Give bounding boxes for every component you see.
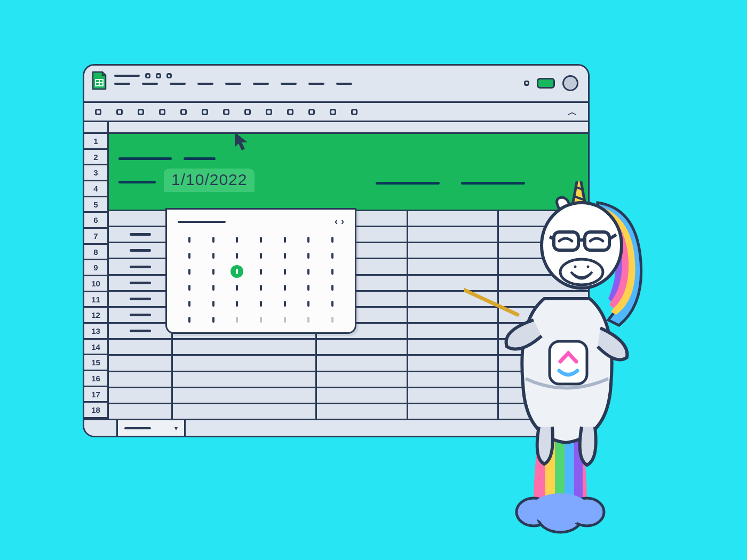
toolbar-button[interactable] [159, 109, 165, 115]
calendar-day[interactable] [297, 231, 321, 247]
row-header[interactable]: 17 [84, 387, 107, 403]
column-headers [84, 122, 588, 134]
row-header[interactable]: 13 [84, 324, 107, 340]
calendar-day[interactable] [320, 311, 344, 327]
calendar-day[interactable] [178, 295, 202, 311]
calendar-day[interactable] [225, 279, 249, 295]
svg-point-23 [587, 266, 590, 268]
calendar-day[interactable] [225, 311, 249, 327]
calendar-day[interactable] [249, 279, 273, 295]
sheet-tab[interactable]: ▾ [116, 420, 186, 436]
calendar-day[interactable] [225, 247, 249, 263]
sheet-tab-label [124, 427, 151, 429]
calendar-day[interactable] [297, 311, 321, 327]
calendar-day[interactable] [225, 295, 249, 311]
control-icon[interactable] [524, 81, 529, 86]
toolbar-button[interactable] [287, 109, 293, 115]
calendar-day[interactable] [273, 231, 297, 247]
mascot-unicorn [464, 181, 667, 544]
calendar-next-icon[interactable]: › [341, 216, 344, 227]
sheets-icon [92, 71, 107, 90]
calendar-day[interactable] [297, 279, 321, 295]
calendar-day[interactable] [297, 247, 321, 263]
row-headers: 1 2 3 4 5 6 7 8 9 10 11 12 13 14 15 16 1… [84, 134, 109, 419]
calendar-day[interactable] [297, 295, 321, 311]
toolbar-button[interactable] [180, 109, 187, 115]
toolbar-button[interactable] [223, 109, 229, 115]
svg-line-19 [550, 237, 554, 239]
calendar-day[interactable] [225, 231, 249, 247]
calendar-day[interactable] [178, 247, 202, 263]
toolbar-button[interactable] [116, 109, 123, 115]
calendar-day[interactable] [202, 231, 226, 247]
calendar-day[interactable] [249, 231, 273, 247]
row-header[interactable]: 5 [84, 197, 107, 213]
title-text [114, 73, 352, 85]
toolbar-button[interactable] [330, 109, 336, 115]
row-header[interactable]: 1 [84, 134, 107, 150]
row-header[interactable]: 15 [84, 355, 107, 371]
toolbar: ︿ [84, 103, 588, 122]
row-header[interactable]: 12 [84, 308, 107, 324]
calendar-grid[interactable] [178, 231, 344, 327]
row-header[interactable]: 16 [84, 371, 107, 387]
calendar-day[interactable] [320, 295, 344, 311]
sheet-tab-dropdown-icon[interactable]: ▾ [174, 425, 178, 432]
calendar-header: ‹ › [178, 216, 344, 227]
calendar-day[interactable] [202, 311, 226, 327]
calendar-day[interactable] [320, 247, 344, 263]
row-header[interactable]: 9 [84, 260, 107, 276]
toolbar-button[interactable] [244, 109, 251, 115]
toolbar-button[interactable] [351, 109, 357, 115]
calendar-day[interactable] [202, 247, 226, 263]
calendar-day[interactable] [320, 279, 344, 295]
calendar-day[interactable] [225, 263, 249, 279]
calendar-month-label [178, 221, 226, 223]
calendar-day[interactable] [320, 263, 344, 279]
titlebar [84, 66, 588, 103]
toolbar-button[interactable] [308, 109, 315, 115]
row-header[interactable]: 6 [84, 213, 107, 229]
calendar-prev-icon[interactable]: ‹ [335, 216, 338, 227]
calendar-day[interactable] [178, 279, 202, 295]
calendar-day[interactable] [273, 295, 297, 311]
toolbar-button[interactable] [138, 109, 144, 115]
svg-point-21 [560, 259, 603, 285]
row-header[interactable]: 14 [84, 340, 107, 356]
calendar-day[interactable] [178, 311, 202, 327]
date-input-cell[interactable]: 1/10/2022 [164, 169, 255, 192]
calendar-day[interactable] [273, 247, 297, 263]
toolbar-button[interactable] [95, 109, 101, 115]
calendar-day[interactable] [178, 263, 202, 279]
calendar-day[interactable] [273, 263, 297, 279]
svg-point-11 [531, 493, 590, 525]
select-all-corner[interactable] [84, 122, 109, 132]
collapse-toolbar-icon[interactable]: ︿ [568, 106, 577, 118]
row-header[interactable]: 8 [84, 245, 107, 261]
calendar-day[interactable] [202, 295, 226, 311]
toolbar-button[interactable] [202, 109, 208, 115]
calendar-day[interactable] [297, 263, 321, 279]
calendar-day[interactable] [249, 247, 273, 263]
row-header[interactable]: 11 [84, 292, 107, 308]
account-avatar[interactable] [562, 75, 578, 91]
row-header[interactable]: 4 [84, 181, 107, 197]
calendar-day[interactable] [178, 231, 202, 247]
date-picker-popup[interactable]: ‹ › [165, 208, 356, 334]
calendar-day[interactable] [202, 279, 226, 295]
row-header[interactable]: 7 [84, 229, 107, 245]
calendar-day[interactable] [273, 311, 297, 327]
calendar-day[interactable] [202, 263, 226, 279]
share-button[interactable] [537, 78, 555, 89]
calendar-day[interactable] [320, 231, 344, 247]
row-header[interactable]: 2 [84, 150, 107, 166]
calendar-day[interactable] [249, 295, 273, 311]
calendar-day[interactable] [249, 263, 273, 279]
calendar-day[interactable] [249, 311, 273, 327]
toolbar-button[interactable] [266, 109, 272, 115]
svg-rect-5 [555, 437, 565, 501]
row-header[interactable]: 10 [84, 276, 107, 292]
row-header[interactable]: 3 [84, 165, 107, 181]
row-header[interactable]: 18 [84, 403, 107, 419]
calendar-day[interactable] [273, 279, 297, 295]
